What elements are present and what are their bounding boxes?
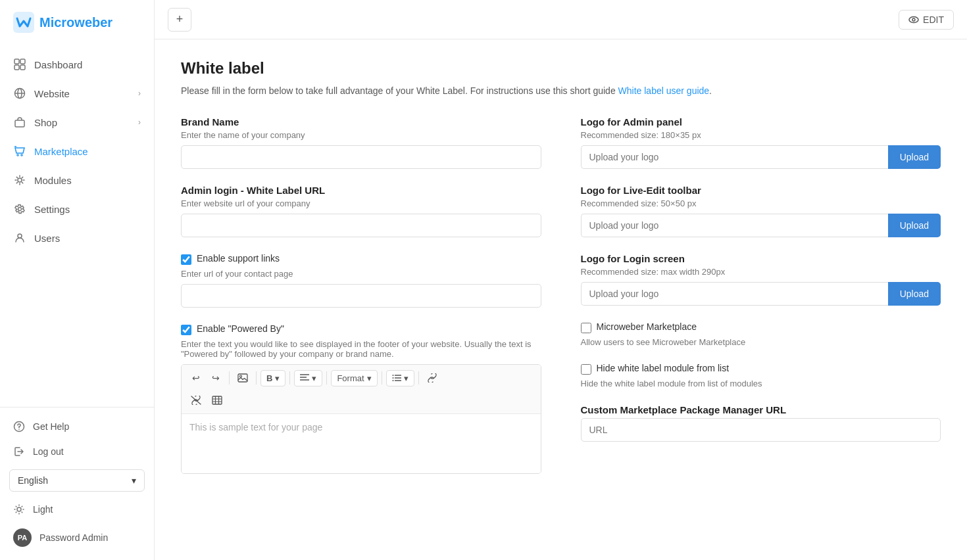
content-area: White label Please fill in the form belo… [155, 39, 967, 560]
marketplace-icon [13, 145, 26, 158]
user-profile-item[interactable]: PA Password Admin [0, 522, 154, 553]
support-links-label: Enable support links [197, 253, 280, 264]
page-title: White label [181, 59, 941, 78]
svg-rect-1 [14, 59, 19, 64]
sidebar-item-dashboard[interactable]: Dashboard [0, 50, 154, 79]
logo-liveedit-input[interactable] [581, 214, 888, 237]
avatar: PA [13, 528, 32, 547]
logo-login-label: Logo for Login screen [581, 253, 941, 264]
image-button[interactable] [234, 369, 252, 387]
powered-by-checkbox[interactable] [181, 325, 191, 335]
table-button[interactable] [208, 391, 226, 409]
format-dropdown[interactable]: Format ▾ [331, 370, 377, 386]
powered-by-sublabel: Enter the text you would like to see dis… [181, 339, 541, 359]
sidebar-item-users[interactable]: Users [0, 223, 154, 252]
get-help-item[interactable]: Get Help [0, 414, 154, 439]
edit-button[interactable]: EDIT [899, 10, 954, 30]
form-grid: Brand Name Enter the name of your compan… [181, 116, 941, 490]
sidebar-item-shop[interactable]: Shop › [0, 108, 154, 137]
align-dropdown[interactable]: ▾ [294, 370, 322, 386]
brand-name-input[interactable] [181, 145, 541, 169]
custom-url-section: Custom Marketplace Package Manager URL [581, 404, 941, 442]
sidebar-item-label: Settings [34, 204, 70, 215]
marketplace-checkbox[interactable] [581, 323, 591, 333]
logo-admin-section: Logo for Admin panel Recommended size: 1… [581, 116, 941, 169]
theme-label: Light [33, 504, 53, 515]
toolbar-separator-2 [256, 371, 257, 385]
brand-name-sublabel: Enter the name of your company [181, 130, 541, 140]
custom-url-input[interactable] [581, 418, 941, 442]
left-column: Brand Name Enter the name of your compan… [181, 116, 541, 490]
sidebar-bottom: Get Help Log out English ▾ [0, 407, 154, 560]
topbar: + EDIT [155, 0, 967, 39]
microweber-logo-icon [13, 12, 34, 33]
undo-button[interactable]: ↩ [187, 369, 205, 387]
logo-login-sublabel: Recommended size: max width 290px [581, 267, 941, 277]
editor-body[interactable]: This is sample text for your page [182, 414, 541, 473]
svg-point-17 [909, 16, 918, 22]
align-icon [300, 374, 309, 382]
theme-toggle[interactable]: Light [0, 497, 154, 522]
add-button[interactable]: + [168, 8, 191, 32]
help-icon [13, 421, 25, 432]
svg-point-20 [240, 375, 242, 377]
svg-point-27 [392, 375, 393, 376]
shop-icon [13, 116, 26, 129]
logo-login-input[interactable] [581, 282, 888, 306]
sidebar-item-modules[interactable]: Modules [0, 166, 154, 195]
svg-point-28 [392, 377, 393, 379]
sidebar-item-settings[interactable]: Settings [0, 195, 154, 223]
admin-url-label: Admin login - White Label URL [181, 185, 541, 196]
list-dropdown[interactable]: ▾ [386, 370, 414, 386]
admin-url-input[interactable] [181, 214, 541, 237]
logo-login-section: Logo for Login screen Recommended size: … [581, 253, 941, 306]
sidebar-item-label: Marketplace [34, 146, 88, 157]
toolbar-separator [229, 371, 230, 385]
unlink-button[interactable] [187, 391, 205, 409]
marketplace-section: Microweber Marketplace Allow users to se… [581, 321, 941, 347]
right-column: Logo for Admin panel Recommended size: 1… [581, 116, 941, 490]
sidebar-item-website[interactable]: Website › [0, 79, 154, 108]
brand-name-section: Brand Name Enter the name of your compan… [181, 116, 541, 169]
logout-item[interactable]: Log out [0, 439, 154, 464]
powered-by-section: Enable "Powered By" Enter the text you w… [181, 323, 541, 474]
eye-icon [908, 14, 919, 25]
editor-placeholder: This is sample text for your page [189, 422, 322, 432]
logo-liveedit-row: Upload [581, 214, 941, 237]
guide-link[interactable]: White label user guide [618, 85, 710, 96]
toolbar-separator-3 [289, 371, 290, 385]
language-label: English [18, 475, 48, 486]
get-help-label: Get Help [33, 421, 69, 432]
marketplace-label: Microweber Marketplace [597, 321, 697, 332]
redo-button[interactable]: ↪ [207, 369, 225, 387]
link-button[interactable] [423, 369, 441, 387]
logo-liveedit-label: Logo for Live-Edit toolbar [581, 185, 941, 196]
logo-admin-upload-button[interactable]: Upload [888, 145, 941, 169]
logo-login-upload-button[interactable]: Upload [888, 282, 941, 306]
hide-module-checkbox[interactable] [581, 364, 591, 375]
align-chevron-icon: ▾ [312, 373, 316, 383]
bold-dropdown[interactable]: B ▾ [260, 370, 285, 386]
chevron-right-icon: › [138, 89, 141, 98]
bold-chevron-icon: ▾ [275, 373, 280, 383]
marketplace-sublabel: Allow users to see Microweber Marketplac… [581, 337, 941, 347]
dashboard-icon [13, 58, 26, 71]
svg-point-12 [18, 178, 22, 182]
toolbar-separator-5 [382, 371, 382, 385]
support-links-checkbox[interactable] [181, 254, 191, 265]
sidebar-item-marketplace[interactable]: Marketplace [0, 137, 154, 166]
marketplace-checkbox-row: Microweber Marketplace [581, 321, 941, 333]
logo-admin-input[interactable] [581, 145, 888, 169]
language-selector[interactable]: English ▾ [9, 469, 145, 492]
support-links-input[interactable] [181, 284, 541, 308]
sidebar-item-label: Website [34, 88, 70, 99]
logo-text: Microweber [39, 15, 112, 30]
logo-liveedit-upload-button[interactable]: Upload [888, 214, 941, 237]
support-links-section: Enable support links Enter url of your c… [181, 253, 541, 308]
list-chevron-icon: ▾ [404, 373, 409, 383]
hide-module-label: Hide white label module from list [597, 363, 730, 373]
main-content: + EDIT White label Please fill in the fo… [155, 0, 967, 560]
svg-point-18 [912, 18, 915, 21]
sidebar-item-label: Users [34, 233, 60, 244]
logout-icon [13, 446, 25, 457]
